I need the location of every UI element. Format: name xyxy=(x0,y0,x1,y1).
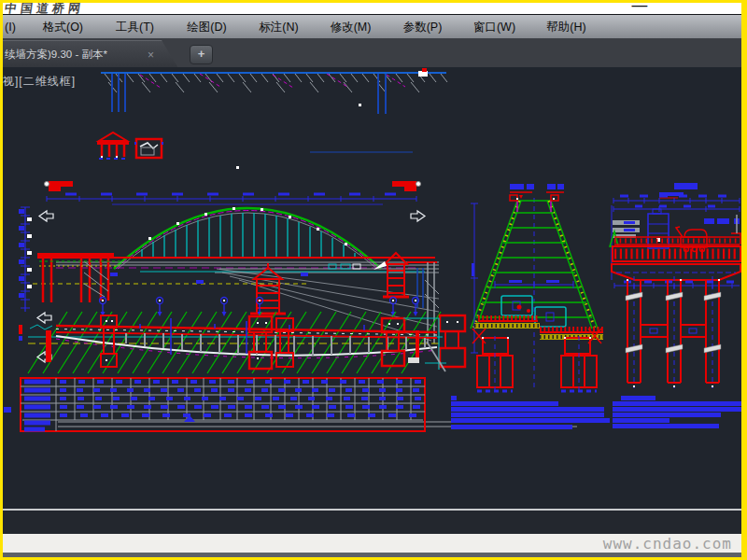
drawing-tab-bar: 续墙方案)9.30 - 副本* × + xyxy=(3,38,741,69)
drawing-canvas[interactable]: 视][二维线框] xyxy=(3,67,741,509)
cad-application: 中国道桥网 — (I) 格式(O) 工具(T) 绘图(D) 标注(N) 修改(M… xyxy=(3,3,741,557)
ground-hatch-line xyxy=(101,68,447,169)
bottom-gray-bar xyxy=(3,553,741,557)
anchor-symbols xyxy=(100,298,419,317)
menu-item-modify[interactable]: 修改(M) xyxy=(315,20,387,35)
status-bar: www.cndao.com xyxy=(3,534,741,553)
tab-title: 续墙方案)9.30 - 副本* xyxy=(5,48,107,62)
app-window: 中国道桥网 — (I) 格式(O) 工具(T) 绘图(D) 标注(N) 修改(M… xyxy=(0,0,747,560)
menu-bar: (I) 格式(O) 工具(T) 绘图(D) 标注(N) 修改(M) 参数(P) … xyxy=(3,14,741,40)
site-url-watermark: www.cndao.com xyxy=(603,535,732,553)
arch-cross-section xyxy=(471,184,603,391)
minimize-icon[interactable]: — xyxy=(632,3,648,12)
new-tab-button[interactable]: + xyxy=(190,45,213,64)
menu-item-file[interactable]: (I) xyxy=(3,21,27,34)
notes-text-blocks xyxy=(451,396,741,429)
pier-detail-icons xyxy=(97,133,163,159)
menu-item-help[interactable]: 帮助(H) xyxy=(530,20,602,35)
cad-drawing xyxy=(3,67,741,509)
pier-foundation-elevation xyxy=(610,183,740,388)
menu-item-dimension[interactable]: 标注(N) xyxy=(243,20,315,35)
construction-stage-elevation xyxy=(4,312,465,413)
tab-close-icon[interactable]: × xyxy=(148,49,154,62)
menu-item-window[interactable]: 窗口(W) xyxy=(458,20,530,35)
menu-item-parametric[interactable]: 参数(P) xyxy=(387,20,458,35)
menu-item-tools[interactable]: 工具(T) xyxy=(99,20,171,35)
active-drawing-tab[interactable]: 续墙方案)9.30 - 副本* × xyxy=(3,40,178,68)
menu-item-draw[interactable]: 绘图(D) xyxy=(171,20,243,35)
command-line-area[interactable] xyxy=(3,511,741,534)
menu-item-format[interactable]: 格式(O) xyxy=(27,20,99,35)
